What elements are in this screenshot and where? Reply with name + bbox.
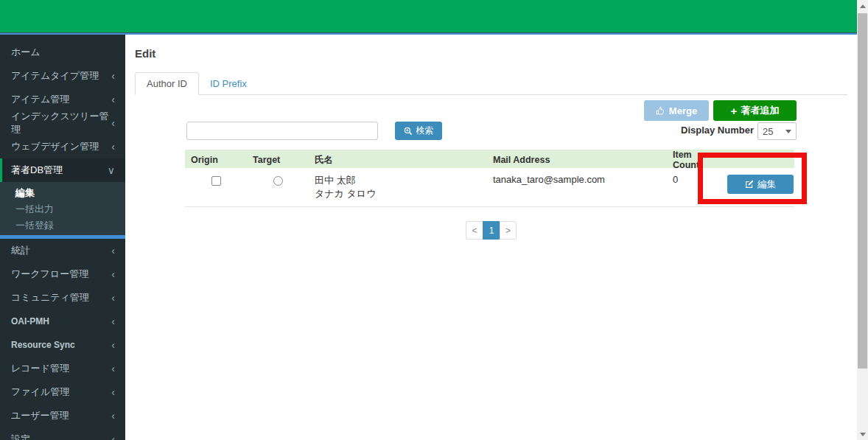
author-name-kana: タナカ タロウ (315, 187, 481, 200)
page-scrollbar[interactable] (857, 0, 868, 440)
edit-author-button[interactable]: 編集 (727, 175, 794, 194)
sidebar-item-resource-sync[interactable]: Resource Sync ‹ (0, 333, 125, 357)
item-count-cell: 0 (667, 168, 726, 206)
sidebar-item-record-mgmt[interactable]: レコード管理 ‹ (0, 357, 125, 380)
tab-bar: Author ID ID Prefix (135, 71, 847, 95)
display-number-label: Display Number (634, 125, 754, 136)
plus-icon: + (731, 105, 738, 116)
chevron-down-icon (785, 130, 791, 133)
table-header-row: Origin Target 氏名 Mail Address Item Count (185, 150, 794, 168)
pagination-next-button[interactable]: > (500, 221, 517, 240)
column-header-item-count: Item Count (667, 150, 726, 170)
chevron-left-icon: ‹ (111, 268, 115, 280)
sidebar-item-webdesign-mgmt[interactable]: ウェブデザイン管理 ‹ (0, 135, 125, 158)
page-title: Edit (135, 47, 155, 60)
chevron-left-icon: ‹ (111, 245, 115, 256)
author-search-input[interactable] (186, 122, 378, 140)
chevron-left-icon: ‹ (111, 141, 115, 153)
scroll-up-arrow-icon[interactable] (857, 0, 868, 12)
header-underline (0, 32, 857, 35)
column-header-name: 氏名 (309, 154, 487, 167)
scrollbar-thumb[interactable] (858, 13, 867, 369)
pagination-page-1[interactable]: 1 (483, 221, 500, 240)
authors-table: Origin Target 氏名 Mail Address Item Count… (185, 150, 794, 207)
chevron-left-icon: ‹ (111, 363, 115, 374)
chevron-left-icon: ‹ (111, 315, 115, 327)
thumbs-up-icon (656, 106, 665, 116)
origin-checkbox[interactable] (211, 176, 221, 186)
chevron-left-icon: ‹ (111, 410, 115, 422)
pagination: < 1 > (466, 221, 517, 240)
sidebar-item-itemtype-mgmt[interactable]: アイテムタイプ管理 ‹ (0, 64, 125, 88)
target-radio[interactable] (273, 176, 283, 186)
sidebar-item-item-mgmt[interactable]: アイテム管理 ‹ (0, 88, 125, 111)
scroll-down-arrow-icon[interactable] (857, 428, 868, 440)
search-button[interactable]: 検索 (395, 122, 442, 140)
sidebar-item-oai-pmh[interactable]: OAI-PMH ‹ (0, 310, 125, 333)
author-name-cell: 田中 太郎 タナカ タロウ (309, 168, 487, 206)
sidebar-nav: ホーム アイテムタイプ管理 ‹ アイテム管理 ‹ インデックスツリー管理 ‹ ウ… (0, 35, 125, 440)
pagination-prev-button[interactable]: < (466, 221, 483, 240)
tab-id-prefix[interactable]: ID Prefix (199, 73, 258, 94)
search-plus-icon (404, 127, 413, 136)
sidebar-item-file-mgmt[interactable]: ファイル管理 ‹ (0, 380, 125, 404)
sidebar-item-authordb-mgmt[interactable]: 著者DB管理 ∨ (0, 158, 125, 182)
edit-icon (745, 180, 754, 189)
add-author-button[interactable]: + 著者追加 (713, 100, 797, 121)
chevron-left-icon: ‹ (111, 70, 115, 82)
sidebar-item-user-mgmt[interactable]: ユーザー管理 ‹ (0, 404, 125, 427)
top-navbar (0, 0, 857, 32)
author-name-kanji: 田中 太郎 (315, 174, 481, 187)
column-header-mail: Mail Address (487, 155, 667, 165)
chevron-left-icon: ‹ (111, 94, 115, 105)
sidebar-item-indextree-mgmt[interactable]: インデックスツリー管理 ‹ (0, 111, 125, 135)
weko-admin-page: WEKO wekosoftware@nii.ac.jp ホーム アイテムタイプ管… (0, 0, 868, 440)
sidebar-item-settings[interactable]: 設定 ‹ (0, 427, 125, 440)
sidebar-item-community-mgmt[interactable]: コミュニティ管理 ‹ (0, 286, 125, 310)
mail-address-cell: tanaka_taro@sample.com (487, 168, 667, 206)
table-row: 田中 太郎 タナカ タロウ tanaka_taro@sample.com 0 編… (185, 168, 794, 207)
chevron-left-icon: ‹ (111, 339, 115, 351)
display-number-select[interactable]: 25 (757, 122, 797, 140)
sidebar-subitem-edit[interactable]: 編集 (0, 185, 125, 201)
chevron-left-icon: ‹ (111, 433, 115, 440)
chevron-left-icon: ‹ (111, 292, 115, 304)
tab-author-id[interactable]: Author ID (135, 72, 199, 95)
sidebar-subitem-bulk-register[interactable]: 一括登録 (0, 217, 125, 234)
column-header-target: Target (247, 155, 309, 165)
chevron-left-icon: ‹ (111, 117, 115, 129)
chevron-left-icon: ‹ (111, 386, 115, 398)
sidebar-item-home[interactable]: ホーム (0, 41, 125, 64)
authordb-submenu: 編集 一括出力 一括登録 (0, 182, 125, 239)
chevron-down-icon: ∨ (108, 164, 115, 176)
column-header-origin: Origin (185, 155, 247, 165)
sidebar-subitem-bulk-export[interactable]: 一括出力 (0, 201, 125, 217)
sidebar-item-workflow-mgmt[interactable]: ワークフロー管理 ‹ (0, 262, 125, 286)
sidebar-item-stats[interactable]: 統計 ‹ (0, 239, 125, 262)
merge-button[interactable]: Merge (644, 100, 709, 121)
